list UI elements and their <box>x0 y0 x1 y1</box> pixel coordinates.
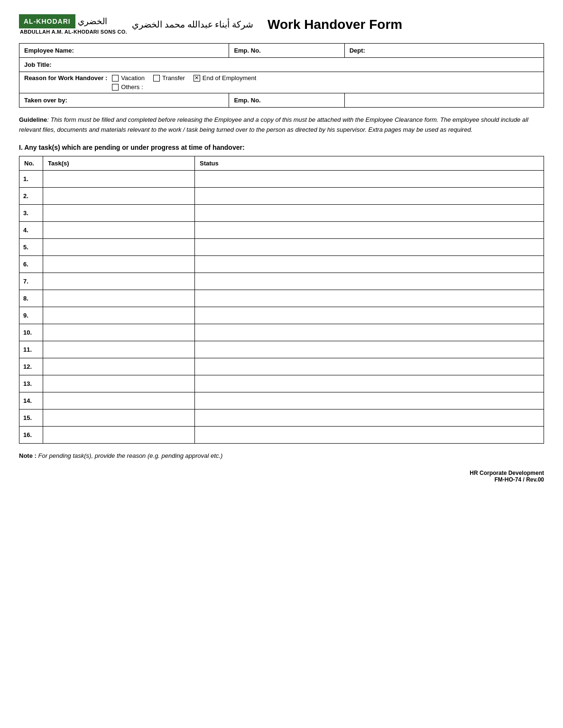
end-of-employment-checkbox[interactable] <box>194 75 200 82</box>
company-name: ABDULLAH A.M. AL-KHODARI SONS CO. <box>19 29 127 35</box>
task-num-14: 14. <box>19 392 43 409</box>
task-row-7: 7. <box>19 273 544 290</box>
note-section: Note : For pending task(s), provide the … <box>19 451 544 461</box>
task-content-11[interactable] <box>43 341 195 358</box>
tasks-table: No. Task(s) Status 1. 2. 3. 4. 5. 6. <box>19 156 544 444</box>
arabic-company-text: شركة أبناء عبدالله محمد الخضري <box>132 19 253 30</box>
task-status-12[interactable] <box>195 358 544 375</box>
task-status-6[interactable] <box>195 255 544 273</box>
form-title: Work Handover Form <box>268 17 402 32</box>
info-table: Employee Name: Emp. No. Dept: Job Title:… <box>19 43 544 108</box>
task-content-6[interactable] <box>43 255 195 273</box>
task-num-6: 6. <box>19 255 43 273</box>
col-status-header: Status <box>195 156 544 170</box>
taken-over-row: Taken over by: Emp. No. <box>19 93 544 108</box>
col-tasks-header: Task(s) <box>43 156 195 170</box>
task-row-15: 15. <box>19 409 544 426</box>
task-num-12: 12. <box>19 358 43 375</box>
section-i-heading: I. Any task(s) which are pending or unde… <box>19 144 544 151</box>
task-num-15: 15. <box>19 409 43 426</box>
task-num-1: 1. <box>19 170 43 187</box>
task-row-10: 10. <box>19 324 544 341</box>
task-row-11: 11. <box>19 341 544 358</box>
task-status-3[interactable] <box>195 204 544 221</box>
task-content-7[interactable] <box>43 273 195 290</box>
task-status-5[interactable] <box>195 238 544 255</box>
task-status-2[interactable] <box>195 187 544 204</box>
task-num-2: 2. <box>19 187 43 204</box>
task-content-15[interactable] <box>43 409 195 426</box>
others-checkbox[interactable] <box>112 84 119 91</box>
footer-line1: HR Corporate Development <box>19 470 544 476</box>
task-content-1[interactable] <box>43 170 195 187</box>
task-num-16: 16. <box>19 426 43 443</box>
task-content-2[interactable] <box>43 187 195 204</box>
footer-line2: FM-HO-74 / Rev.00 <box>19 476 544 483</box>
transfer-checkbox[interactable] <box>153 75 160 82</box>
logo-wrapper: AL-KHODARI الخضري ABDULLAH A.M. AL-KHODA… <box>19 14 127 35</box>
task-row-5: 5. <box>19 238 544 255</box>
task-content-8[interactable] <box>43 290 195 307</box>
task-row-2: 2. <box>19 187 544 204</box>
task-status-14[interactable] <box>195 392 544 409</box>
taken-emp-no-label: Emp. No. <box>229 93 344 108</box>
end-of-employment-label: End of Employment <box>203 74 256 82</box>
end-of-employment-checkbox-item: End of Employment <box>194 74 256 82</box>
arabic-logo-text: الخضري <box>78 16 107 27</box>
task-status-7[interactable] <box>195 273 544 290</box>
task-num-11: 11. <box>19 341 43 358</box>
task-status-1[interactable] <box>195 170 544 187</box>
note-text: For pending task(s), provide the reason … <box>37 452 222 459</box>
task-row-16: 16. <box>19 426 544 443</box>
task-content-5[interactable] <box>43 238 195 255</box>
task-content-12[interactable] <box>43 358 195 375</box>
taken-emp-no-value <box>344 93 544 108</box>
task-content-3[interactable] <box>43 204 195 221</box>
task-status-9[interactable] <box>195 307 544 324</box>
vacation-label: Vacation <box>121 74 145 82</box>
reason-label: Reason for Work Handover : <box>24 74 107 82</box>
job-title-label: Job Title: <box>19 58 544 72</box>
emp-no-label: Emp. No. <box>229 44 344 58</box>
task-content-16[interactable] <box>43 426 195 443</box>
reason-cell: Reason for Work Handover : Vacation <box>19 72 544 93</box>
others-checkbox-item: Others : <box>112 83 143 91</box>
reason-row: Reason for Work Handover : Vacation <box>19 72 544 93</box>
task-content-13[interactable] <box>43 375 195 392</box>
task-status-16[interactable] <box>195 426 544 443</box>
task-row-8: 8. <box>19 290 544 307</box>
task-row-14: 14. <box>19 392 544 409</box>
task-content-10[interactable] <box>43 324 195 341</box>
col-no-header: No. <box>19 156 43 170</box>
task-status-4[interactable] <box>195 221 544 238</box>
task-num-10: 10. <box>19 324 43 341</box>
task-content-14[interactable] <box>43 392 195 409</box>
task-status-8[interactable] <box>195 290 544 307</box>
note-label: Note : <box>19 452 37 459</box>
task-row-3: 3. <box>19 204 544 221</box>
guideline-label: Guideline <box>19 116 47 123</box>
dept-label: Dept: <box>344 44 544 58</box>
task-row-13: 13. <box>19 375 544 392</box>
vacation-checkbox[interactable] <box>112 75 119 82</box>
task-status-15[interactable] <box>195 409 544 426</box>
task-row-9: 9. <box>19 307 544 324</box>
footer: HR Corporate Development FM-HO-74 / Rev.… <box>19 470 544 483</box>
employee-name-label: Employee Name: <box>19 44 229 58</box>
task-num-5: 5. <box>19 238 43 255</box>
task-row-4: 4. <box>19 221 544 238</box>
transfer-checkbox-item: Transfer <box>153 74 185 82</box>
task-row-12: 12. <box>19 358 544 375</box>
guideline-text: : This form must be filled and completed… <box>19 116 528 133</box>
task-status-13[interactable] <box>195 375 544 392</box>
task-content-9[interactable] <box>43 307 195 324</box>
task-status-11[interactable] <box>195 341 544 358</box>
others-label: Others : <box>121 83 143 91</box>
employee-row: Employee Name: Emp. No. Dept: <box>19 44 544 58</box>
task-num-13: 13. <box>19 375 43 392</box>
task-num-3: 3. <box>19 204 43 221</box>
task-status-10[interactable] <box>195 324 544 341</box>
tasks-header-row: No. Task(s) Status <box>19 156 544 170</box>
logo-row: AL-KHODARI الخضري <box>19 14 107 28</box>
task-content-4[interactable] <box>43 221 195 238</box>
